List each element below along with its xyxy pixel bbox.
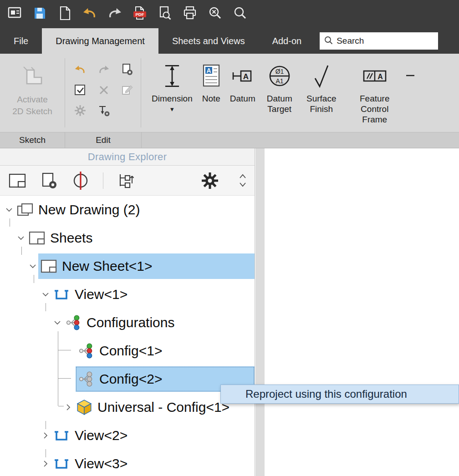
tree-item-configurations[interactable]: Configurations xyxy=(0,309,255,337)
context-menu-item-reproject[interactable]: Reproject using this configuration xyxy=(245,388,407,400)
tool-label: Note xyxy=(202,94,220,104)
application-button[interactable] xyxy=(7,7,22,21)
chevron-down-icon[interactable] xyxy=(4,205,15,214)
tab-add-on[interactable]: Add-on xyxy=(259,28,316,54)
datum-target-button[interactable]: Ø1A1 Datum Target xyxy=(260,60,300,132)
activate-sketch-label-line1: Activate xyxy=(12,94,52,106)
new-config-document-icon[interactable] xyxy=(121,63,134,76)
chevron-down-icon[interactable] xyxy=(52,318,63,327)
tree-item-new-sheet-1[interactable]: New Sheet<1> xyxy=(0,252,255,280)
feature-control-frame-button[interactable]: A Feature Control Frame xyxy=(343,60,406,132)
new-document-button[interactable] xyxy=(57,7,72,21)
print-preview-icon xyxy=(158,6,172,22)
tree-connector xyxy=(10,218,10,227)
edit-tool-grid xyxy=(65,54,141,132)
settings-small-icon[interactable] xyxy=(73,104,87,117)
tab-file[interactable]: File xyxy=(0,28,42,54)
tree-item-universal-config-1[interactable]: Universal - Config<1> xyxy=(0,393,255,421)
activate-2d-sketch-button[interactable]: Activate 2D Sketch xyxy=(0,54,65,132)
print-preview-button[interactable] xyxy=(158,7,172,21)
tab-sheets-and-views[interactable]: Sheets and Views xyxy=(158,28,259,54)
redo-icon xyxy=(107,6,122,22)
tree-structure-button[interactable] xyxy=(115,171,135,191)
ribbon-tab-bar: File Drawing Management Sheets and Views… xyxy=(0,28,459,54)
tree-connector xyxy=(58,378,71,379)
tree-item-sheets[interactable]: Sheets xyxy=(0,224,255,252)
ribbon-group-bar: Sketch Edit xyxy=(0,132,459,148)
panel-splitter[interactable] xyxy=(255,148,265,476)
tree-item-label: View<2> xyxy=(75,428,128,443)
save-button[interactable] xyxy=(32,7,47,21)
tree-item-new-drawing[interactable]: New Drawing (2) xyxy=(0,196,255,224)
tree-item-label: New Drawing (2) xyxy=(38,202,140,218)
search-box[interactable] xyxy=(320,32,438,50)
undo-small-icon[interactable] xyxy=(73,63,87,76)
tool-label: Dimension xyxy=(152,94,193,104)
search-icon xyxy=(324,36,333,46)
section-view-button[interactable] xyxy=(71,171,91,191)
chevron-right-icon[interactable] xyxy=(40,459,51,468)
sheet-settings-button[interactable] xyxy=(39,171,59,191)
svg-text:A1: A1 xyxy=(275,77,283,85)
print-button[interactable] xyxy=(183,7,197,21)
svg-text:PDF: PDF xyxy=(136,12,144,17)
tree-item-view-1[interactable]: View<1> xyxy=(0,280,255,309)
quick-access-toolbar: PDF xyxy=(0,0,459,28)
tool-label: Datum xyxy=(230,94,255,104)
datum-button[interactable]: A Datum xyxy=(226,60,260,132)
delete-icon[interactable] xyxy=(97,83,111,97)
zoom-window-icon xyxy=(208,6,222,22)
panel-scroll-spinner xyxy=(238,173,247,188)
explorer-settings-button[interactable] xyxy=(200,171,220,191)
redo-button[interactable] xyxy=(107,7,122,21)
group-label-sketch: Sketch xyxy=(0,132,65,148)
tree-item-view-3[interactable]: View<3> xyxy=(0,450,255,476)
drawing-explorer-panel: Drawing Explorer xyxy=(0,148,255,476)
edit-document-icon[interactable] xyxy=(121,83,134,97)
tool-label: Datum Target xyxy=(264,94,296,115)
dropdown-caret-icon[interactable]: ▾ xyxy=(170,105,174,113)
zoom-window-button[interactable] xyxy=(208,7,222,21)
tree-item-config-2[interactable]: Config<2> xyxy=(0,365,255,393)
view-icon xyxy=(52,427,71,444)
explorer-toolbar xyxy=(0,166,255,196)
export-pdf-icon: PDF xyxy=(132,6,148,22)
chevron-down-icon[interactable] xyxy=(40,290,51,299)
tree-connector xyxy=(58,406,64,406)
zoom-button[interactable] xyxy=(233,7,247,21)
tab-drawing-management[interactable]: Drawing Management xyxy=(42,28,158,54)
toolbar-separator xyxy=(103,172,103,189)
drawing-canvas[interactable] xyxy=(265,148,459,476)
undo-button[interactable] xyxy=(82,7,97,21)
chevron-down-icon[interactable] xyxy=(15,233,26,243)
sheet-tool-button[interactable] xyxy=(7,171,27,191)
chevron-right-icon[interactable] xyxy=(63,403,74,412)
tree-item-label: View<1> xyxy=(75,287,128,302)
svg-text:A: A xyxy=(377,73,383,81)
search-input[interactable] xyxy=(337,36,423,46)
scroll-down-button[interactable] xyxy=(238,182,247,188)
dimension-button[interactable]: Dimension ▾ xyxy=(148,60,197,132)
scroll-up-button[interactable] xyxy=(238,173,247,180)
ribbon: Activate 2D Sketch xyxy=(0,54,459,132)
check-document-icon[interactable] xyxy=(73,83,87,97)
chevron-down-icon[interactable] xyxy=(27,262,38,271)
config-colored-icon xyxy=(77,342,95,360)
note-button[interactable]: A Note xyxy=(197,60,226,132)
annotation-tools: Dimension ▾ A Note A Datum Ø1A1 Datum Ta… xyxy=(141,54,414,132)
clipped-tool-icon xyxy=(406,62,414,90)
tree-item-config-1[interactable]: Config<1> xyxy=(0,337,255,365)
note-icon: A xyxy=(201,62,222,90)
tree-item-view-2[interactable]: View<2> xyxy=(0,421,255,450)
clipped-tool-button[interactable] xyxy=(406,60,414,132)
tree-item-label: Sheets xyxy=(50,230,92,246)
datum-icon: A xyxy=(231,62,255,90)
tree-connector xyxy=(21,247,22,255)
context-menu: Reproject using this configuration xyxy=(220,385,459,404)
export-pdf-button[interactable]: PDF xyxy=(133,7,147,21)
redo-small-icon[interactable] xyxy=(97,63,111,76)
explorer-tree: New Drawing (2) Sheets xyxy=(0,196,255,476)
dimension-settings-icon[interactable] xyxy=(97,104,111,117)
chevron-right-icon[interactable] xyxy=(40,431,51,440)
surface-finish-button[interactable]: Surface Finish xyxy=(300,60,343,132)
